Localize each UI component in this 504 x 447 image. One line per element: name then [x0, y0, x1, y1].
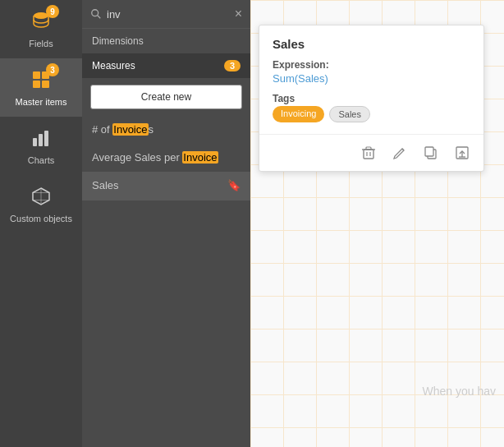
tooltip-card-body: Sales Expression: Sum(Sales) Tags Invoic…	[259, 25, 483, 134]
list-item-highlight-invoices: Invoice	[112, 123, 148, 136]
sidebar-item-charts[interactable]: Charts	[0, 117, 82, 175]
measures-badge: 3	[224, 60, 241, 71]
tag-sales[interactable]: Sales	[329, 106, 370, 122]
svg-rect-12	[366, 147, 371, 150]
tooltip-title: Sales	[273, 37, 470, 51]
trash-icon	[361, 145, 376, 160]
charts-icon	[30, 127, 53, 150]
list-item-avg-sales[interactable]: Average Sales per Invoice	[82, 144, 250, 172]
svg-rect-5	[33, 138, 37, 146]
list-item-sales-label: Sales	[92, 178, 119, 193]
list-item-prefix: # of	[92, 123, 112, 136]
sidebar-item-custom-objects[interactable]: Custom objects	[0, 175, 82, 233]
tags-row: Invoicing Sales	[273, 106, 470, 122]
search-bar: ×	[82, 0, 250, 29]
svg-rect-7	[44, 131, 48, 146]
search-input[interactable]	[107, 8, 231, 21]
fields-badge: 9	[46, 5, 59, 18]
edit-button[interactable]	[388, 141, 411, 164]
svg-line-9	[98, 16, 101, 19]
tooltip-expression-value: Sum(Sales)	[273, 72, 470, 85]
svg-rect-6	[39, 134, 43, 146]
list-item-sales[interactable]: Sales 🔖	[82, 172, 250, 200]
fields-icon-wrapper: 9	[30, 10, 53, 35]
main-content: — Sales Expression: Sum(Sales) Tags Invo…	[250, 0, 504, 447]
tooltip-card-footer	[259, 134, 483, 171]
list-item-highlight-avg: Invoice	[182, 151, 218, 164]
create-new-button[interactable]: Create new	[90, 85, 242, 109]
sidebar-item-fields[interactable]: 9 Fields	[0, 0, 82, 58]
list-item-invoices[interactable]: # of Invoices	[82, 116, 250, 144]
export-icon	[455, 145, 470, 160]
list-item-avg-prefix: Average Sales per	[92, 151, 182, 164]
charts-icon-wrapper	[30, 127, 53, 152]
measures-section-header[interactable]: Measures 3	[82, 53, 250, 78]
svg-rect-17	[425, 147, 433, 156]
sidebar-item-label-fields: Fields	[29, 39, 53, 48]
sidebar-item-master-items[interactable]: 3 Master items	[0, 58, 82, 117]
edit-icon	[392, 145, 407, 160]
svg-rect-3	[33, 81, 40, 88]
svg-line-15	[402, 149, 404, 150]
svg-point-8	[92, 10, 99, 16]
sidebar-item-label-charts: Charts	[28, 155, 54, 165]
list-item-suffix-invoices: s	[149, 123, 154, 136]
master-items-badge: 3	[46, 63, 59, 76]
sidebar-item-label-custom-objects: Custom objects	[10, 214, 72, 224]
bookmark-icon: 🔖	[227, 178, 241, 193]
sidebar: 9 Fields 3 Master items Charts	[0, 0, 82, 447]
dimensions-section-header[interactable]: Dimensions	[82, 29, 250, 53]
custom-objects-icon	[30, 185, 53, 208]
duplicate-button[interactable]	[419, 141, 442, 164]
svg-rect-10	[364, 150, 373, 159]
custom-objects-icon-wrapper	[30, 185, 53, 210]
search-icon	[90, 8, 102, 20]
tooltip-card: Sales Expression: Sum(Sales) Tags Invoic…	[259, 25, 484, 172]
svg-rect-4	[42, 81, 49, 88]
duplicate-icon	[424, 145, 438, 160]
when-you-have-text: When you hav	[423, 385, 497, 398]
svg-rect-1	[33, 71, 40, 79]
search-clear-button[interactable]: ×	[235, 7, 242, 21]
export-button[interactable]	[451, 141, 474, 164]
dimensions-label: Dimensions	[92, 35, 144, 47]
tag-invoicing[interactable]: Invoicing	[273, 106, 324, 122]
master-items-icon-wrapper: 3	[30, 68, 53, 94]
sidebar-item-label-master-items: Master items	[16, 97, 67, 107]
tooltip-expression-label: Expression:	[273, 59, 470, 71]
trash-button[interactable]	[357, 141, 380, 164]
measures-label: Measures	[92, 60, 135, 71]
tooltip-tags-label: Tags	[273, 93, 470, 104]
search-panel: × Dimensions Measures 3 Create new # of …	[82, 0, 250, 447]
list-item-sales-row: Sales 🔖	[92, 178, 241, 193]
